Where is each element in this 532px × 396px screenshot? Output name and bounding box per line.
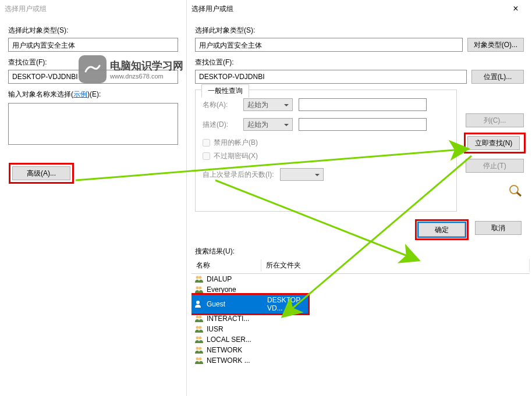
column-folder[interactable]: 所在文件夹 bbox=[261, 259, 530, 272]
description-mode-select[interactable]: 起始为 bbox=[243, 118, 293, 131]
titlebar: 选择用户或组 × bbox=[187, 0, 532, 17]
svg-point-4 bbox=[199, 276, 202, 279]
results-list[interactable]: DIALUPEveryoneGuestDESKTOP-VD...INTERACT… bbox=[191, 274, 530, 382]
svg-point-10 bbox=[196, 326, 199, 329]
result-name: IUSR bbox=[207, 325, 264, 333]
description-label: 描述(D): bbox=[203, 120, 237, 130]
svg-point-8 bbox=[196, 316, 199, 319]
result-name: NETWORK ... bbox=[207, 356, 264, 365]
days-since-logon-select[interactable] bbox=[280, 168, 324, 181]
result-name: NETWORK bbox=[207, 346, 264, 354]
locations-button[interactable]: 位置(L)... bbox=[471, 70, 524, 84]
dialog-title: 选择用户或组 bbox=[5, 4, 47, 14]
cancel-button[interactable]: 取消 bbox=[475, 221, 522, 235]
result-name: DIALUP bbox=[207, 275, 264, 283]
select-user-dialog-advanced: 选择用户或组 × 选择此对象类型(S): 用户或内置安全主体 对象类型(O)..… bbox=[186, 0, 532, 396]
svg-point-14 bbox=[196, 347, 199, 350]
name-input[interactable] bbox=[299, 98, 427, 111]
location-field: DESKTOP-VDJDNBI bbox=[8, 70, 178, 84]
svg-point-17 bbox=[199, 358, 202, 361]
svg-point-11 bbox=[199, 326, 202, 329]
columns-button[interactable]: 列(C)... bbox=[466, 113, 524, 127]
disabled-accounts-label: 禁用的帐户(B) bbox=[214, 138, 258, 148]
svg-point-2 bbox=[512, 187, 516, 192]
location-label: 查找位置(F): bbox=[195, 58, 524, 67]
group-icon bbox=[194, 325, 204, 333]
svg-point-7 bbox=[196, 301, 200, 304]
name-label: 名称(A): bbox=[203, 100, 237, 110]
group-icon bbox=[194, 346, 204, 354]
location-field: DESKTOP-VDJDNBI bbox=[195, 70, 467, 84]
name-mode-select[interactable]: 起始为 bbox=[243, 98, 293, 111]
svg-point-6 bbox=[199, 287, 202, 290]
object-type-field: 用户或内置安全主体 bbox=[8, 38, 178, 52]
non-expiring-password-checkbox[interactable] bbox=[203, 152, 210, 160]
location-label: 查找位置(F): bbox=[8, 58, 178, 67]
group-icon bbox=[194, 315, 204, 323]
disabled-accounts-checkbox[interactable] bbox=[203, 139, 210, 147]
non-expiring-password-label: 不过期密码(X) bbox=[214, 151, 258, 161]
result-row[interactable]: DIALUP bbox=[191, 274, 530, 284]
result-row[interactable]: Everyone bbox=[191, 284, 530, 295]
svg-point-15 bbox=[199, 347, 202, 350]
find-now-button[interactable]: 立即查找(N) bbox=[467, 136, 520, 150]
group-icon bbox=[194, 286, 204, 294]
group-icon bbox=[194, 336, 204, 344]
object-type-field: 用户或内置安全主体 bbox=[195, 38, 463, 52]
dialog-title: 选择用户或组 bbox=[191, 4, 233, 14]
result-row[interactable]: INTERACTI... bbox=[191, 313, 530, 324]
titlebar: 选择用户或组 bbox=[0, 0, 186, 17]
svg-point-16 bbox=[196, 358, 199, 361]
advanced-button[interactable]: 高级(A)... bbox=[12, 166, 70, 180]
result-row[interactable]: NETWORK bbox=[191, 345, 530, 355]
group-icon bbox=[194, 275, 204, 283]
object-type-label: 选择此对象类型(S): bbox=[8, 26, 178, 35]
column-name[interactable]: 名称 bbox=[191, 259, 261, 272]
result-row[interactable]: GuestDESKTOP-VD... bbox=[191, 295, 308, 313]
result-row[interactable]: NETWORK ... bbox=[191, 355, 530, 366]
close-icon[interactable]: × bbox=[504, 3, 527, 14]
svg-point-9 bbox=[199, 316, 202, 319]
result-folder: DESKTOP-VD... bbox=[264, 296, 306, 312]
svg-point-13 bbox=[199, 337, 202, 340]
result-row[interactable]: LOCAL SER... bbox=[191, 334, 530, 345]
svg-point-5 bbox=[196, 287, 199, 290]
result-row[interactable]: IUSR bbox=[191, 324, 530, 334]
common-queries-tab[interactable]: 一般性查询 bbox=[201, 84, 249, 98]
stop-button[interactable]: 停止(T) bbox=[466, 159, 524, 173]
object-types-button[interactable]: 对象类型(O)... bbox=[467, 38, 524, 52]
description-input[interactable] bbox=[299, 118, 427, 131]
svg-point-12 bbox=[196, 337, 199, 340]
common-queries-group: 一般性查询 名称(A): 起始为 描述(D): 起始为 禁用的帐户(B) 不过期… bbox=[195, 90, 457, 212]
svg-point-3 bbox=[196, 276, 199, 279]
search-results-label: 搜索结果(U): bbox=[187, 244, 532, 258]
results-header: 名称 所在文件夹 bbox=[191, 258, 530, 274]
example-link[interactable]: 示例 bbox=[73, 90, 87, 98]
result-name: Guest bbox=[207, 300, 264, 308]
search-icon bbox=[508, 184, 524, 199]
group-icon bbox=[194, 356, 204, 365]
svg-line-1 bbox=[517, 192, 521, 196]
result-name: INTERACTI... bbox=[207, 315, 264, 323]
object-names-input[interactable] bbox=[8, 103, 178, 145]
select-user-dialog-basic: 选择用户或组 选择此对象类型(S): 用户或内置安全主体 查找位置(F): DE… bbox=[0, 0, 186, 396]
enter-names-label: 输入对象名称来选择(示例)(E): bbox=[8, 90, 178, 99]
user-icon bbox=[194, 300, 204, 308]
result-name: Everyone bbox=[207, 286, 264, 294]
days-since-logon-label: 自上次登录后的天数(I): bbox=[203, 170, 274, 180]
ok-button[interactable]: 确定 bbox=[418, 223, 465, 237]
result-name: LOCAL SER... bbox=[207, 336, 264, 344]
object-type-label: 选择此对象类型(S): bbox=[195, 26, 524, 35]
